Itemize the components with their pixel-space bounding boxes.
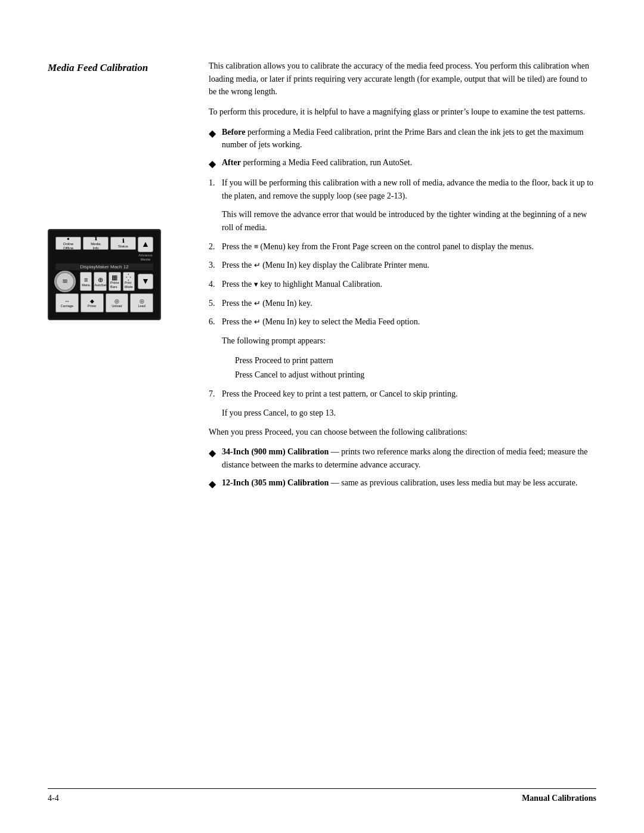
bullet-after-bold: After (222, 158, 241, 167)
panel-bottom-buttons: ↔ Carriage ◆ Prime ◎ Unload ◎ (55, 293, 153, 312)
diamond-icon-3: ◆ (209, 446, 222, 471)
bullet-34inch: ◆ 34-Inch (900 mm) Calibration — prints … (209, 445, 596, 471)
step-7-label: 7. (209, 388, 222, 401)
panel-media-info-btn[interactable]: ℹ Media Info (83, 237, 109, 250)
panel-label: DisplayMaker Mach 12 (55, 264, 153, 270)
section-title: Media Feed Calibration (48, 60, 191, 74)
page: Media Feed Calibration ● Online Offline … (0, 0, 644, 833)
step-5-label: 5. (209, 297, 222, 310)
right-column: This calibration allows you to calibrate… (203, 60, 596, 497)
bullet-before-bold: Before (222, 128, 245, 137)
panel-online-offline-btn[interactable]: ● Online Offline (55, 237, 81, 250)
panel-main-buttons: ≡ Menu ⊕ AutoSet ▦ PrimeBars (80, 272, 135, 291)
step-1-text: If you will be performing this calibrati… (222, 176, 596, 202)
bullet-34inch-text: 34-Inch (900 mm) Calibration — prints tw… (222, 445, 596, 471)
prompt-line-2: Press Cancel to adjust without printing (235, 368, 596, 382)
panel-mid-section: ≡ ≡ Menu ⊕ AutoSet (55, 272, 153, 291)
main-content: Media Feed Calibration ● Online Offline … (48, 60, 596, 497)
step-3-text: Press the ↵ (Menu In) key display the Ca… (222, 259, 596, 272)
intro-para1: This calibration allows you to calibrate… (209, 60, 596, 98)
control-panel-image: ● Online Offline ℹ Media Info ℹ Status (48, 229, 161, 320)
step-2-text: Press the ≡ (Menu) key from the Front Pa… (222, 240, 596, 253)
panel-up-arrow-btn[interactable]: ▲ (138, 237, 153, 252)
step-6: 6. Press the ↵ (Menu In) key to select t… (209, 315, 596, 329)
diamond-icon-1: ◆ (209, 126, 222, 151)
step-4-text: Press the ▾ key to highlight Manual Cali… (222, 278, 596, 291)
bullet-12inch-bold: 12-Inch (305 mm) Calibration (222, 478, 329, 487)
left-column: Media Feed Calibration ● Online Offline … (48, 60, 203, 497)
bullet-before: ◆ Before performing a Media Feed calibra… (209, 126, 596, 151)
circle-btn[interactable]: ≡ (55, 272, 75, 291)
menu-symbol-2: ≡ (254, 242, 258, 251)
menu-in-symbol-3: ↵ (254, 261, 261, 270)
diamond-icon-4: ◆ (209, 477, 222, 492)
menu-in-symbol-6: ↵ (254, 317, 261, 326)
footer-section-title: Manual Calibrations (522, 794, 596, 803)
step-6-text: Press the ↵ (Menu In) key to select the … (222, 315, 596, 329)
panel-down-arrow-col: ▼ (138, 272, 153, 291)
step-1-label: 1. (209, 176, 222, 202)
panel-menu-btn[interactable]: ≡ Menu (80, 272, 92, 291)
step-6-label: 6. (209, 315, 222, 329)
step-4: 4. Press the ▾ key to highlight Manual C… (209, 278, 596, 291)
step-5: 5. Press the ↵ (Menu In) key. (209, 297, 596, 310)
panel-inner: ● Online Offline ℹ Media Info ℹ Status (52, 234, 156, 315)
prompt-block: Press Proceed to print pattern Press Can… (235, 354, 596, 382)
panel-autoset-btn[interactable]: ⊕ AutoSet (94, 272, 107, 291)
panel-status-btn[interactable]: ℹ Status (110, 237, 136, 250)
panel-load-btn[interactable]: ◎ Load (130, 293, 153, 312)
step-2-label: 2. (209, 240, 222, 253)
step-3: 3. Press the ↵ (Menu In) key display the… (209, 259, 596, 272)
step-1: 1. If you will be performing this calibr… (209, 176, 596, 202)
panel-status-row: ● Online Offline ℹ Media Info ℹ Status (55, 237, 153, 262)
panel-down-arrow-btn[interactable]: ▼ (138, 274, 153, 289)
diamond-icon-2: ◆ (209, 157, 222, 172)
step-3-label: 3. (209, 259, 222, 272)
after-step7-para: When you press Proceed, you can choose b… (209, 426, 596, 439)
step-1-subtext: This will remove the advance error that … (222, 208, 596, 234)
step-7-subtext: If you press Cancel, to go step 13. (222, 407, 596, 420)
step-5-text: Press the ↵ (Menu In) key. (222, 297, 596, 310)
panel-unload-btn[interactable]: ◎ Unload (106, 293, 129, 312)
bullet-before-text: Before performing a Media Feed calibrati… (222, 126, 596, 151)
step-6-subtext: The following prompt appears: (222, 335, 596, 348)
intro-para2: To perform this procedure, it is helpful… (209, 106, 596, 119)
panel-prime-btn[interactable]: ◆ Prime (80, 293, 104, 312)
panel-advance-col: ▲ AdvanceMedia (138, 237, 153, 262)
bullet-after-text: After performing a Media Feed calibratio… (222, 156, 596, 172)
step-2: 2. Press the ≡ (Menu) key from the Front… (209, 240, 596, 253)
step-7-text: Press the Proceed key to print a test pa… (222, 388, 596, 401)
panel-circle-menu-btn[interactable]: ≡ (55, 272, 77, 291)
prompt-line-1: Press Proceed to print pattern (235, 354, 596, 368)
panel-carriage-btn[interactable]: ↔ Carriage (55, 293, 79, 312)
menu-in-symbol-5: ↵ (254, 299, 261, 308)
panel-print-mode-btn[interactable]: ⁛ PrintMode (123, 272, 135, 291)
bullet-after: ◆ After performing a Media Feed calibrat… (209, 156, 596, 172)
down-arrow-symbol-4: ▾ (254, 280, 258, 289)
bullet-12inch: ◆ 12-Inch (305 mm) Calibration — same as… (209, 476, 596, 492)
bullet-34inch-bold: 34-Inch (900 mm) Calibration (222, 447, 329, 456)
step-7: 7. Press the Proceed key to print a test… (209, 388, 596, 401)
footer-page-number: 4-4 (48, 794, 59, 803)
footer: 4-4 Manual Calibrations (48, 788, 596, 803)
bullet-12inch-text: 12-Inch (305 mm) Calibration — same as p… (222, 476, 596, 492)
panel-prime-bars-btn[interactable]: ▦ PrimeBars (109, 272, 120, 291)
step-4-label: 4. (209, 278, 222, 291)
